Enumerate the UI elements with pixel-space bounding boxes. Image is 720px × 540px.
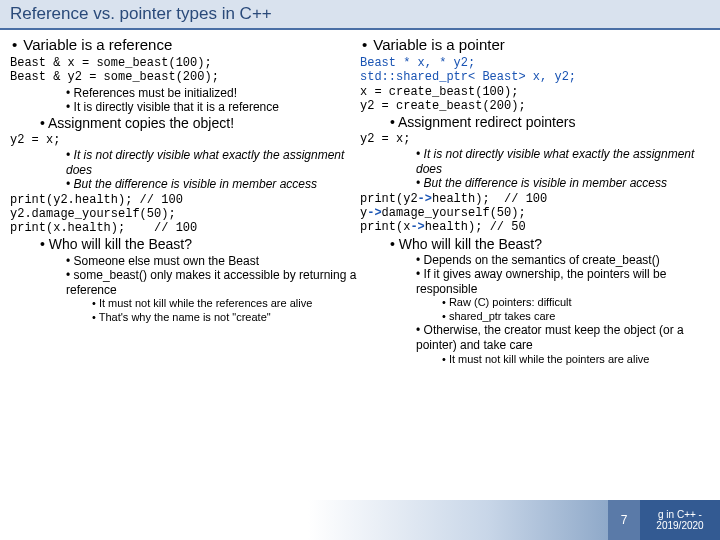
right-assign-text: Assignment redirect pointers xyxy=(390,114,710,131)
left-who-sub2: That's why the name is not "create" xyxy=(92,311,360,324)
footer-label: g in C++ - 2019/2020 xyxy=(640,500,720,540)
left-who-note2: some_beast() only makes it accessible by… xyxy=(66,268,360,297)
right-who-notes2: Otherwise, the creator must keep the obj… xyxy=(360,323,710,352)
right-who-sub2: shared_ptr takes care xyxy=(442,310,710,323)
left-assign-heading: Assignment copies the object! xyxy=(10,115,360,132)
page-number: 7 xyxy=(608,500,640,540)
arrow-icon: -> xyxy=(410,220,424,234)
left-assign-note1: It is not directly visible what exactly … xyxy=(66,148,360,177)
slide-content: •Variable is a reference Beast & x = som… xyxy=(0,30,720,366)
left-code-decl: Beast & x = some_beast(100); Beast & y2 … xyxy=(10,56,360,84)
right-heading: •Variable is a pointer xyxy=(360,36,710,54)
right-assign-heading: Assignment redirect pointers xyxy=(360,114,710,131)
left-heading-text: Variable is a reference xyxy=(23,36,172,53)
left-who-subnotes: It must not kill while the references ar… xyxy=(10,297,360,324)
right-assign-note2: But the difference is visible in member … xyxy=(416,176,710,191)
right-code-print: print(y2->health); // 100 y->damage_your… xyxy=(360,192,710,234)
right-column: •Variable is a pointer Beast * x, * y2; … xyxy=(360,36,710,366)
left-ref-notes: References must be initialized! It is di… xyxy=(10,86,360,115)
right-assign-note1: It is not directly visible what exactly … xyxy=(416,147,710,176)
left-column: •Variable is a reference Beast & x = som… xyxy=(10,36,360,366)
right-who-subnotes: Raw (C) pointers: difficult shared_ptr t… xyxy=(360,296,710,323)
arrow-icon: -> xyxy=(367,206,381,220)
footer-gradient xyxy=(308,500,608,540)
left-who-text: Who will kill the Beast? xyxy=(40,236,360,253)
right-who-note1: Depends on the semantics of create_beast… xyxy=(416,253,710,268)
right-decl-kw: Beast * x, * y2; std::shared_ptr< Beast>… xyxy=(360,56,576,84)
left-who-note1: Someone else must own the Beast xyxy=(66,254,360,269)
right-code-decl: Beast * x, * y2; std::shared_ptr< Beast>… xyxy=(360,56,710,113)
left-who-sub1: It must not kill while the references ar… xyxy=(92,297,360,310)
rc3f: health); // 50 xyxy=(425,220,526,234)
left-heading: •Variable is a reference xyxy=(10,36,360,54)
left-note-visible: It is directly visible that it is a refe… xyxy=(66,100,360,115)
slide-title: Reference vs. pointer types in C++ xyxy=(0,0,720,30)
rc3d: damage_yourself(50); xyxy=(382,206,526,220)
left-code-assign: y2 = x; xyxy=(10,133,360,147)
right-who-note2: If it gives away ownership, the pointers… xyxy=(416,267,710,296)
right-who-subnotes2: It must not kill while the pointers are … xyxy=(360,353,710,366)
right-who-note3: Otherwise, the creator must keep the obj… xyxy=(416,323,710,352)
arrow-icon: -> xyxy=(418,192,432,206)
rc3a: print(y2 xyxy=(360,192,418,206)
rc3b: health); // 100 xyxy=(432,192,547,206)
right-who-notes1: Depends on the semantics of create_beast… xyxy=(360,253,710,297)
right-who-sub1: Raw (C) pointers: difficult xyxy=(442,296,710,309)
left-code-print: print(y2.health); // 100 y2.damage_yours… xyxy=(10,193,360,235)
left-who-heading: Who will kill the Beast? xyxy=(10,236,360,253)
slide-footer: 7 g in C++ - 2019/2020 xyxy=(308,500,720,540)
right-heading-text: Variable is a pointer xyxy=(373,36,504,53)
left-assign-note2: But the difference is visible in member … xyxy=(66,177,360,192)
left-note-init: References must be initialized! xyxy=(66,86,360,101)
left-who-notes: Someone else must own the Beast some_bea… xyxy=(10,254,360,298)
rc3e: print(x xyxy=(360,220,410,234)
left-assign-text: Assignment copies the object! xyxy=(40,115,360,132)
right-who-sub3: It must not kill while the pointers are … xyxy=(442,353,710,366)
right-decl-rest: x = create_beast(100); y2 = create_beast… xyxy=(360,85,526,113)
right-code-assign: y2 = x; xyxy=(360,132,710,146)
left-assign-notes: It is not directly visible what exactly … xyxy=(10,148,360,192)
right-assign-notes: It is not directly visible what exactly … xyxy=(360,147,710,191)
right-who-text: Who will kill the Beast? xyxy=(390,236,710,253)
right-who-heading: Who will kill the Beast? xyxy=(360,236,710,253)
